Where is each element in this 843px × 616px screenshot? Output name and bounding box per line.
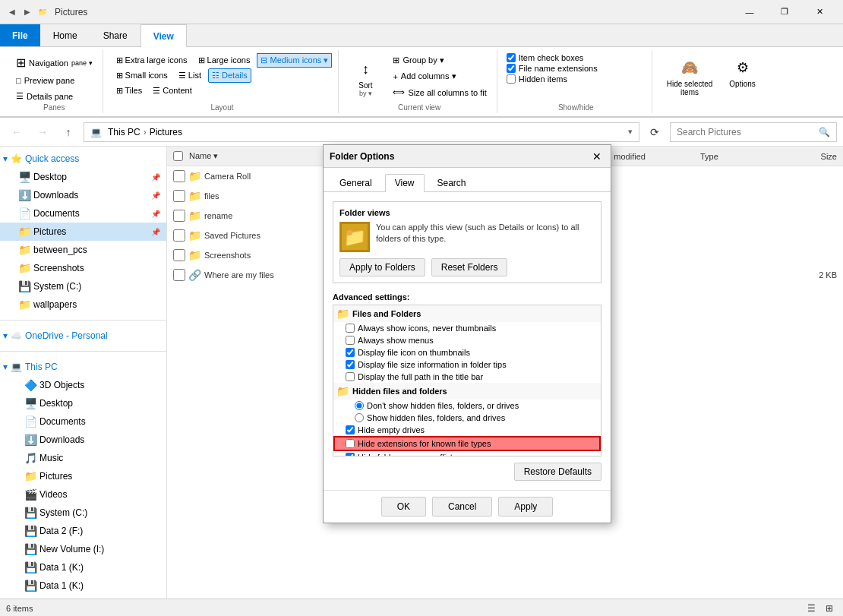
row-checkbox-screenshots[interactable] — [173, 249, 185, 261]
adv-item-display-file-icon[interactable]: Display file icon on thumbnails — [333, 346, 601, 359]
sidebar-item-newvolume[interactable]: 💾 New Volume (I:) — [0, 540, 166, 558]
file-name-extensions-input[interactable] — [507, 64, 516, 73]
row-checkbox-files[interactable] — [173, 190, 185, 202]
restore-defaults-button[interactable]: Restore Defaults — [514, 463, 601, 481]
ok-button[interactable]: OK — [381, 497, 426, 516]
adv-item-hide-empty-drives[interactable]: Hide empty drives — [333, 424, 601, 436]
sidebar-item-between-pcs[interactable]: 📁 between_pcs — [0, 241, 166, 259]
sidebar-item-videos-pc[interactable]: 🎬 Videos — [0, 485, 166, 504]
add-columns-button[interactable]: + Add columns ▾ — [389, 69, 490, 84]
minimize-button[interactable]: — — [732, 0, 767, 24]
extra-large-icons-btn[interactable]: ⊞ Extra large icons — [112, 53, 191, 68]
full-path-checkbox[interactable] — [346, 372, 355, 381]
row-checkbox-saved-pictures[interactable] — [173, 229, 185, 242]
sidebar-item-systemc-qa[interactable]: 💾 System (C:) — [0, 277, 166, 295]
tab-view[interactable]: View — [140, 24, 187, 47]
display-file-icon-checkbox[interactable] — [346, 348, 355, 357]
hide-selected-button[interactable]: 🙈 Hide selected items — [661, 53, 718, 99]
sort-by-button[interactable]: ↕ Sort by ▾ — [348, 55, 383, 98]
sidebar-item-data1k-1[interactable]: 💾 Data 1 (K:) — [0, 558, 166, 577]
adv-item-always-icons[interactable]: Always show icons, never thumbnails — [333, 322, 601, 334]
address-bar-dropdown[interactable]: ▾ — [628, 127, 633, 137]
sidebar-item-pictures-pc[interactable]: 📁 Pictures — [0, 467, 166, 485]
small-icons-btn[interactable]: ⊞ Small icons — [112, 68, 172, 83]
sidebar-item-systemc-pc[interactable]: 💾 System (C:) — [0, 504, 166, 522]
dialog-tab-general[interactable]: General — [330, 174, 382, 191]
close-button[interactable]: ✕ — [802, 0, 837, 24]
sidebar-item-wallpapers[interactable]: 📁 wallpapers — [0, 295, 166, 314]
row-checkbox-camera-roll[interactable] — [173, 170, 185, 182]
item-checkboxes-input[interactable] — [507, 53, 516, 62]
row-checkbox-where-files[interactable] — [173, 269, 185, 281]
sidebar-item-downloads-qa[interactable]: ⬇️ Downloads 📌 — [0, 186, 166, 204]
details-view-btn[interactable]: ☰ — [804, 601, 819, 616]
address-bar[interactable]: 💻 This PC › Pictures ▾ — [84, 122, 639, 142]
adv-item-hide-merge-conflicts[interactable]: Hide folder merge conflicts — [333, 451, 601, 456]
group-by-button[interactable]: ⊞ Group by ▾ — [389, 53, 490, 68]
sidebar-item-downloads-pc[interactable]: ⬇️ Downloads — [0, 431, 166, 449]
options-button[interactable]: ⚙ Options — [724, 53, 760, 90]
hide-empty-drives-checkbox[interactable] — [346, 425, 355, 434]
sidebar-header-quick-access[interactable]: ▾ ⭐ Quick access — [0, 150, 166, 168]
col-size[interactable]: Size — [776, 152, 837, 161]
sidebar-item-screenshots-qa[interactable]: 📁 Screenshots — [0, 259, 166, 277]
tab-file[interactable]: File — [0, 24, 40, 46]
sidebar-header-thispc[interactable]: ▾ 💻 This PC — [0, 358, 166, 376]
dont-show-hidden-radio[interactable] — [355, 401, 364, 410]
sidebar-item-desktop-pc[interactable]: 🖥️ Desktop — [0, 394, 166, 412]
path-segment-pictures[interactable]: Pictures — [147, 125, 185, 139]
tab-home[interactable]: Home — [40, 24, 90, 46]
sidebar-item-desktop-qa[interactable]: 🖥️ Desktop 📌 — [0, 168, 166, 186]
always-icons-checkbox[interactable] — [346, 324, 355, 333]
file-name-extensions-toggle[interactable]: File name extensions — [507, 64, 598, 73]
list-btn[interactable]: ☰ List — [175, 68, 205, 83]
tab-share[interactable]: Share — [90, 24, 140, 46]
hidden-items-toggle[interactable]: Hidden items — [507, 74, 567, 84]
dialog-tab-search[interactable]: Search — [428, 174, 476, 191]
navigation-pane-button[interactable]: ⊞ Navigation pane ▾ — [12, 53, 96, 72]
medium-icons-btn[interactable]: ⊟ Medium icons ▾ — [257, 53, 332, 68]
size-columns-button[interactable]: ⟺ Size all columns to fit — [389, 85, 490, 100]
refresh-button[interactable]: ⟳ — [644, 122, 665, 143]
tiles-btn[interactable]: ⊞ Tiles — [112, 84, 147, 98]
details-pane-button[interactable]: ☰ Details pane — [12, 89, 77, 103]
item-checkboxes-toggle[interactable]: Item check boxes — [507, 53, 584, 62]
large-icons-view-btn[interactable]: ⊞ — [822, 601, 837, 616]
adv-item-hide-extensions[interactable]: Hide extensions for known file types — [333, 436, 601, 451]
reset-folders-button[interactable]: Reset Folders — [431, 258, 508, 276]
adv-item-show-hidden[interactable]: Show hidden files, folders, and drives — [333, 412, 601, 424]
sidebar-item-data1k-2[interactable]: 💾 Data 1 (K:) — [0, 577, 166, 595]
row-checkbox-rename[interactable] — [173, 210, 185, 222]
sidebar-header-onedrive[interactable]: ▾ ☁️ OneDrive - Personal — [0, 327, 166, 345]
sidebar-item-3dobjects[interactable]: 🔷 3D Objects — [0, 376, 166, 394]
maximize-button[interactable]: ❐ — [767, 0, 802, 24]
search-input[interactable] — [677, 127, 819, 137]
sidebar-item-data2f[interactable]: 💾 Data 2 (F:) — [0, 522, 166, 540]
always-menus-checkbox[interactable] — [346, 336, 355, 345]
advanced-settings-list[interactable]: 📁 Files and Folders Always show icons, n… — [333, 305, 601, 456]
up-button[interactable]: ↑ — [58, 122, 79, 143]
adv-item-file-size-info[interactable]: Display file size information in folder … — [333, 359, 601, 371]
sidebar-item-documents-pc[interactable]: 📄 Documents — [0, 412, 166, 431]
preview-pane-button[interactable]: □ Preview pane — [12, 74, 78, 87]
adv-section-hidden-files[interactable]: 📁 Hidden files and folders — [333, 383, 601, 400]
adv-item-full-path[interactable]: Display the full path in the title bar — [333, 371, 601, 383]
search-icon[interactable]: 🔍 — [819, 127, 830, 137]
hide-extensions-checkbox[interactable] — [346, 439, 355, 448]
apply-button[interactable]: Apply — [498, 497, 553, 516]
dialog-close-button[interactable]: ✕ — [589, 149, 605, 164]
apply-to-folders-button[interactable]: Apply to Folders — [339, 258, 425, 276]
details-btn[interactable]: ☷ Details — [208, 68, 251, 83]
hide-merge-conflicts-checkbox[interactable] — [346, 453, 355, 456]
adv-section-files-folders[interactable]: 📁 Files and Folders — [333, 305, 601, 322]
show-hidden-radio[interactable] — [355, 413, 364, 422]
cancel-button[interactable]: Cancel — [432, 497, 492, 516]
col-type[interactable]: Type — [700, 152, 776, 161]
select-all-checkbox[interactable] — [173, 151, 183, 161]
forward-button[interactable]: → — [32, 122, 53, 143]
sidebar-item-documents-qa[interactable]: 📄 Documents 📌 — [0, 204, 166, 223]
adv-item-always-menus[interactable]: Always show menus — [333, 334, 601, 346]
file-size-info-checkbox[interactable] — [346, 360, 355, 369]
path-segment-thispc[interactable]: This PC — [105, 125, 144, 139]
sidebar-item-music-pc[interactable]: 🎵 Music — [0, 449, 166, 467]
